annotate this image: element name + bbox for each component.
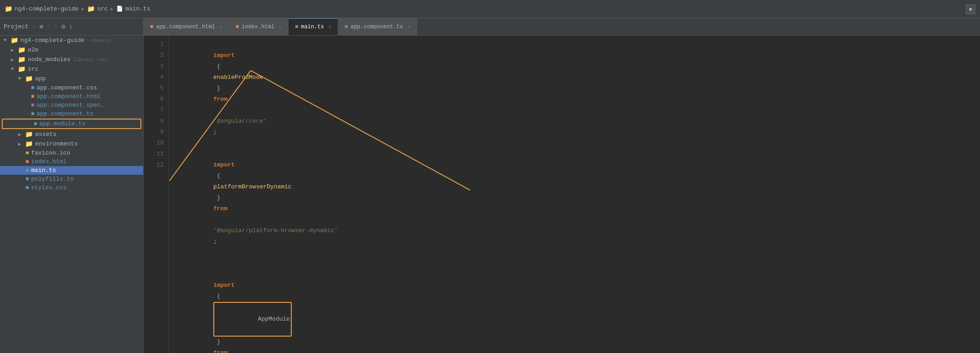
kw-from-2: from <box>213 205 227 212</box>
tab-label-index-html: index.html <box>242 24 274 30</box>
sidebar-label-app: app <box>35 75 46 82</box>
sidebar-item-index-html[interactable]: ■ index.html <box>0 157 143 166</box>
code-content[interactable]: import { enableProdMode } from '@angular… <box>169 36 980 353</box>
tab-app-component-ts[interactable]: ■ app.component.ts ✕ <box>338 18 417 35</box>
sidebar-item-main-ts[interactable]: ■ main.ts <box>0 166 143 175</box>
tab-label-app-component-html: app.component.html <box>156 24 215 30</box>
sidebar-label-e2e: e2e <box>28 47 38 53</box>
str-angular-core: '@angular/core' <box>213 118 267 125</box>
sidebar-label-app-html: app.component.html <box>36 93 100 100</box>
highlight-appmodule-import: AppModule <box>213 302 292 337</box>
sidebar-label-app-ts: app.component.ts <box>36 110 93 117</box>
sidebar-item-assets[interactable]: ▶ 📁 assets <box>0 130 143 139</box>
tab-main-ts[interactable]: ■ main.ts ✕ <box>289 18 338 35</box>
breadcrumb-item-src[interactable]: 📁 src <box>87 5 108 13</box>
code-editor[interactable]: 1 2 3 4 5 6 7 8 9 10 11 12 <box>144 36 980 353</box>
editor-area: ■ app.component.html ✕ ■ index.html ✕ ■ … <box>144 18 980 353</box>
breadcrumb-label-file: main.ts <box>125 5 150 12</box>
tab-icon-main: ■ <box>295 24 298 30</box>
css-file-icon: ■ <box>31 85 34 91</box>
sidebar-sublabel-nm: library root <box>73 57 109 62</box>
breadcrumb-label-src: src <box>97 5 108 12</box>
str-platform-browser: '@angular/platform-browser-dynamic' <box>213 227 338 234</box>
arrow-icon-app: ▼ <box>18 76 24 81</box>
folder-icon: 📁 <box>5 5 12 13</box>
arrow-icon-e2e: ▶ <box>11 47 16 53</box>
folder-icon-env: 📁 <box>25 140 33 148</box>
dropdown-button[interactable]: ▾ <box>966 5 975 14</box>
arrow-icon: ▼ <box>4 38 9 43</box>
title-bar: 📁 ng4-complete-guide ▶ 📁 src ▶ 📄 main.ts… <box>0 0 980 18</box>
breadcrumb: 📁 ng4-complete-guide ▶ 📁 src ▶ 📄 main.ts <box>5 5 150 13</box>
code-line-3 <box>178 258 980 269</box>
sidebar-toolbar: Project ▾ ⊕ ≡ | ⚙ ↕ <box>0 18 143 36</box>
tab-icon-app-ts: ■ <box>345 24 348 30</box>
sidebar-label-app-spec: app.component.spec. <box>36 102 104 109</box>
toolbar-sep-1: ▾ <box>32 23 36 31</box>
tab-index-html[interactable]: ■ index.html ✕ <box>229 18 289 35</box>
sidebar-item-favicon[interactable]: ■ favicon.ico <box>0 149 143 157</box>
spec-file-icon: ■ <box>31 102 34 109</box>
breadcrumb-separator-2: ▶ <box>110 6 113 12</box>
sidebar: Project ▾ ⊕ ≡ | ⚙ ↕ ▼ 📁 ng4-complete-gui… <box>0 18 144 353</box>
appmodule-text-import: AppModule <box>258 316 290 322</box>
kw-import-4: import <box>213 282 235 289</box>
sidebar-item-app[interactable]: ▼ 📁 app <box>0 74 143 83</box>
sidebar-item-app-spec[interactable]: ■ app.component.spec. <box>0 101 143 109</box>
breadcrumb-label-project: ng4-complete-guide <box>15 5 78 12</box>
kw-from-1: from <box>213 96 227 103</box>
folder-icon-nm: 📁 <box>18 56 26 63</box>
sidebar-item-polyfills[interactable]: ■ polyfills.ts <box>0 175 143 183</box>
html-file-icon-2: ■ <box>26 159 29 165</box>
tab-icon-index: ■ <box>236 24 239 30</box>
sidebar-label-src: src <box>28 66 38 73</box>
toolbar-icon-sort[interactable]: ↕ <box>69 23 72 31</box>
tab-close-index[interactable]: ✕ <box>279 24 282 30</box>
sidebar-item-app-html[interactable]: ■ app.component.html <box>0 92 143 101</box>
breadcrumb-separator-1: ▶ <box>81 6 84 12</box>
code-line-2: import { platformBrowserDynamic } from '… <box>178 149 980 258</box>
toolbar-sep-3: | <box>54 23 58 30</box>
folder-icon-app: 📁 <box>25 75 33 83</box>
folder-icon-assets: 📁 <box>25 130 33 138</box>
breadcrumb-item-project[interactable]: 📁 ng4-complete-guide <box>5 5 78 13</box>
sidebar-sublabel-root: ~/develo <box>87 38 111 43</box>
sidebar-item-app-css[interactable]: ■ app.component.css <box>0 83 143 92</box>
folder-icon-src: 📁 <box>18 65 26 73</box>
sidebar-item-src[interactable]: ▼ 📁 src <box>0 64 143 74</box>
sidebar-item-root[interactable]: ▼ 📁 ng4-complete-guide ~/develo <box>0 36 143 45</box>
tab-close-html[interactable]: ✕ <box>220 24 222 30</box>
toolbar-icon-gear[interactable]: ⚙ <box>62 23 65 31</box>
toolbar-icon-globe[interactable]: ⊕ <box>39 23 43 31</box>
sidebar-item-styles[interactable]: ■ styles.css <box>0 183 143 192</box>
sidebar-item-nodemodules[interactable]: ▶ 📁 node_modules library root <box>0 55 143 64</box>
toolbar-sep-2: ≡ <box>47 23 51 30</box>
folder-icon-e2e: 📁 <box>18 46 26 54</box>
line-numbers: 1 2 3 4 5 6 7 8 9 10 11 12 <box>144 36 169 353</box>
ico-file-icon: ■ <box>26 150 29 156</box>
folder-icon-2: 📁 <box>87 5 95 13</box>
breadcrumb-item-file[interactable]: 📄 main.ts <box>116 5 150 12</box>
arrow-icon-env: ▶ <box>18 141 24 147</box>
sidebar-label-main-ts: main.ts <box>31 167 56 174</box>
sidebar-item-app-ts[interactable]: ■ app.component.ts <box>0 109 143 118</box>
kw-import-2: import <box>213 161 235 168</box>
tab-label-app-component-ts: app.component.ts <box>351 24 403 30</box>
main-layout: Project ▾ ⊕ ≡ | ⚙ ↕ ▼ 📁 ng4-complete-gui… <box>0 18 980 353</box>
sidebar-label-app-css: app.component.css <box>36 84 97 91</box>
html-file-icon: ■ <box>31 93 34 100</box>
sidebar-item-app-module[interactable]: ■ app.module.ts <box>2 119 141 129</box>
file-icon: 📄 <box>116 5 123 12</box>
sidebar-label-polyfills: polyfills.ts <box>31 176 74 182</box>
tab-app-component-html[interactable]: ■ app.component.html ✕ <box>144 18 229 35</box>
ts-file-icon-main: ■ <box>26 167 29 174</box>
ts-file-icon-module: ■ <box>34 121 37 127</box>
sidebar-content: ▼ 📁 ng4-complete-guide ~/develo ▶ 📁 e2e … <box>0 36 143 353</box>
tab-bar: ■ app.component.html ✕ ■ index.html ✕ ■ … <box>144 18 980 36</box>
sidebar-label-favicon: favicon.ico <box>31 150 70 156</box>
sidebar-item-environments[interactable]: ▶ 📁 environments <box>0 139 143 149</box>
code-line-1: import { enableProdMode } from '@angular… <box>178 39 980 149</box>
tab-close-main[interactable]: ✕ <box>329 24 331 30</box>
tab-close-app-ts[interactable]: ✕ <box>407 24 410 30</box>
sidebar-item-e2e[interactable]: ▶ 📁 e2e <box>0 45 143 55</box>
